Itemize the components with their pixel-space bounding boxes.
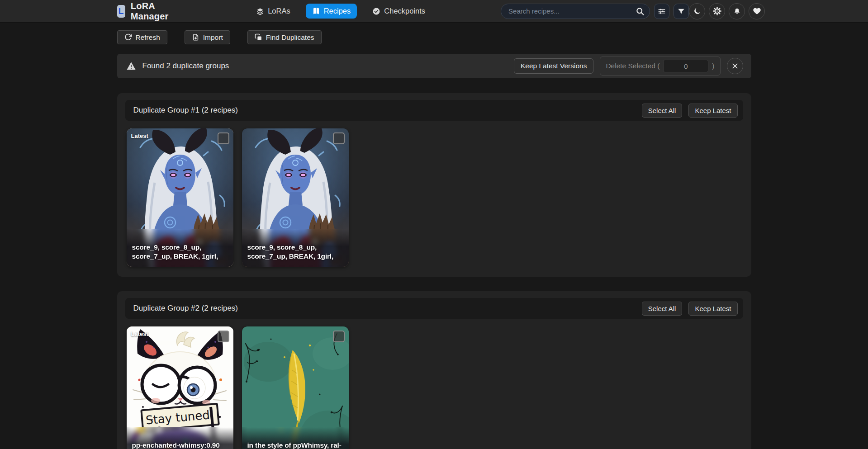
import-button[interactable]: Import	[185, 30, 230, 44]
favorites-button[interactable]	[749, 3, 765, 19]
recipe-card[interactable]: in the style of ppWhimsy, ral-frctlgmtry…	[242, 326, 349, 449]
delete-selected-prefix: Delete Selected (	[606, 62, 659, 70]
duplicate-group-1: Duplicate Group #1 (2 recipes) Select Al…	[117, 93, 751, 277]
brand: L LoRA Manager	[117, 1, 173, 22]
card-checkbox[interactable]	[333, 132, 345, 144]
search-icon	[636, 7, 645, 16]
cards-row: Latest score_9, score_8_up, score_7_up, …	[125, 128, 743, 267]
latest-badge: Latest	[131, 331, 148, 337]
group-title: Duplicate Group #2 (2 recipes)	[133, 304, 238, 313]
tab-recipes[interactable]: Recipes	[306, 4, 357, 19]
nav-tabs: LoRAs Recipes Checkpoints	[250, 4, 432, 19]
book-icon	[312, 7, 320, 15]
recipe-caption: pp-enchanted-whimsy:0.90 ral-frctlgmtry_…	[127, 427, 233, 449]
recipe-card[interactable]: Latest score_9, score_8_up, score_7_up, …	[127, 128, 233, 267]
group-header: Duplicate Group #2 (2 recipes) Select Al…	[125, 298, 743, 319]
keep-latest-button[interactable]: Keep Latest	[688, 104, 737, 118]
delete-selected-button[interactable]: Delete Selected ( 0 )	[600, 57, 720, 76]
close-icon	[731, 62, 739, 70]
duplicate-icon	[255, 33, 262, 41]
check-circle-icon	[372, 7, 380, 15]
refresh-icon	[124, 33, 132, 41]
duplicates-alert-banner: Found 2 duplicate groups Keep Latest Ver…	[117, 54, 751, 78]
group-title: Duplicate Group #1 (2 recipes)	[133, 106, 238, 115]
logo-letter: L	[119, 6, 124, 16]
card-checkbox[interactable]	[218, 331, 229, 342]
card-checkbox[interactable]	[333, 331, 345, 342]
layers-icon	[256, 7, 264, 15]
theme-toggle-button[interactable]	[689, 3, 705, 19]
recipe-caption: score_9, score_8_up, score_7_up, BREAK, …	[242, 229, 349, 267]
filter-button[interactable]	[674, 4, 689, 19]
tab-label: Checkpoints	[384, 7, 425, 15]
tab-checkpoints[interactable]: Checkpoints	[366, 4, 432, 19]
delete-selected-suffix: )	[712, 62, 714, 70]
duplicate-group-2: Duplicate Group #2 (2 recipes) Select Al…	[117, 291, 751, 449]
latest-badge: Latest	[131, 132, 148, 139]
select-all-button[interactable]: Select All	[642, 302, 683, 316]
app-logo: L	[117, 5, 125, 18]
bell-icon	[733, 7, 741, 15]
cards-row: Latest pp-enchanted-whimsy:0.90 ral-frct…	[125, 326, 743, 449]
search-area	[501, 4, 689, 19]
moon-icon	[693, 7, 702, 15]
heart-icon	[753, 7, 761, 15]
import-icon	[192, 33, 199, 41]
select-all-button[interactable]: Select All	[642, 104, 683, 118]
refresh-button[interactable]: Refresh	[117, 30, 167, 44]
app-window: L LoRA Manager LoRAs Recipes Checkpoints	[0, 0, 868, 449]
card-checkbox[interactable]	[218, 132, 229, 144]
import-label: Import	[203, 33, 223, 42]
nav-icon-buttons	[689, 3, 765, 19]
sliders-button[interactable]	[654, 4, 669, 19]
app-title: LoRA Manager	[131, 1, 173, 22]
alert-message: Found 2 duplicate groups	[142, 61, 229, 71]
group-header: Duplicate Group #1 (2 recipes) Select Al…	[125, 100, 743, 121]
recipe-card[interactable]: Latest pp-enchanted-whimsy:0.90 ral-frct…	[127, 326, 233, 449]
nav-bar: L LoRA Manager LoRAs Recipes Checkpoints	[0, 0, 868, 23]
find-duplicates-button[interactable]: Find Duplicates	[247, 30, 322, 44]
gear-icon	[713, 7, 721, 15]
sliders-icon	[658, 7, 666, 15]
search-input[interactable]	[501, 4, 650, 19]
keep-latest-button[interactable]: Keep Latest	[688, 302, 737, 316]
selected-count: 0	[663, 60, 708, 72]
keep-latest-versions-button[interactable]: Keep Latest Versions	[514, 58, 594, 74]
close-alert-button[interactable]	[727, 58, 743, 74]
warning-icon	[126, 61, 136, 71]
recipe-caption: in the style of ppWhimsy, ral-frctlgmtry…	[242, 427, 349, 449]
toolbar: Refresh Import Find Duplicates	[117, 23, 751, 44]
recipe-card[interactable]: score_9, score_8_up, score_7_up, BREAK, …	[242, 128, 349, 267]
tab-loras[interactable]: LoRAs	[250, 4, 297, 19]
filter-icon	[677, 7, 685, 15]
refresh-label: Refresh	[136, 33, 160, 42]
tab-label: Recipes	[324, 7, 351, 15]
notifications-button[interactable]	[729, 3, 745, 19]
find-duplicates-label: Find Duplicates	[266, 33, 314, 42]
settings-button[interactable]	[709, 3, 725, 19]
tab-label: LoRAs	[268, 7, 290, 15]
recipe-caption: score_9, score_8_up, score_7_up, BREAK, …	[127, 229, 233, 267]
